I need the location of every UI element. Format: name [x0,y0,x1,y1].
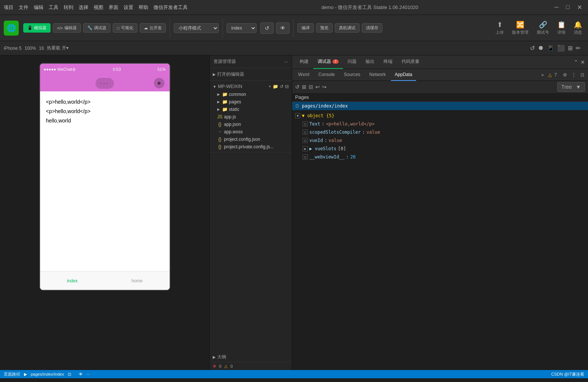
expand-square-scopedslots[interactable]: □ [303,130,308,135]
menu-item-file[interactable]: 文件 [19,4,28,11]
phone-icon[interactable]: 📱 [547,45,554,52]
maximize-button[interactable]: □ [564,3,572,12]
refresh-appdata-icon[interactable]: ↺ [295,84,300,90]
folder-common[interactable]: ▶ 📁 common [210,91,292,98]
tab-build[interactable]: 构建 [295,55,313,69]
tree-btn-wrap[interactable]: Tree ▼ [557,82,585,92]
cloud-button[interactable]: ☁云开发 [140,23,166,33]
menu-item-project[interactable]: 项目 [4,4,13,11]
tree-row-vueid[interactable]: □ vueId : value [292,136,588,145]
real-machine-button[interactable]: 真机调试 [335,23,360,33]
inner-tab-wxml[interactable]: Wxml [294,69,313,81]
mode-select[interactable]: 小程序模式 [174,23,219,33]
phone-nav-circle[interactable]: ⏺ [154,78,164,88]
menu-item-view[interactable]: 视图 [94,4,103,11]
tab-problems[interactable]: 问题 [343,55,361,69]
eye-button[interactable]: 👁 [276,22,290,34]
clean-cache-group[interactable]: 清缓存 [362,23,382,33]
menu-item-tools[interactable]: 工具 [49,4,58,11]
real-machine-group[interactable]: 真机调试 [335,23,360,33]
tree-row-scopedslots[interactable]: □ scopedSlotsCompiler : value [292,128,588,136]
test-number-button[interactable]: 🔗 测试号 [534,19,551,37]
compile-button[interactable]: 编译 [297,23,314,33]
tree-button[interactable]: Tree ▼ [557,82,585,92]
detail-button[interactable]: 📋 详情 [555,19,568,37]
tab-output[interactable]: 输出 [361,55,379,69]
visualize-group[interactable]: □可视化 [113,23,137,33]
window-controls[interactable]: ─ □ ✕ [552,3,584,12]
preview-group[interactable]: 预览 [316,23,333,33]
eye-icon[interactable]: 👁 [79,372,83,376]
expand-square-object[interactable]: ▼ [295,113,300,118]
inner-tab-appdata[interactable]: AppData [391,69,416,81]
tab-debugger[interactable]: 调试器 7 [313,55,343,69]
more-options-icon[interactable]: ⋮ [570,72,578,78]
expand-square-vueslots[interactable]: ▶ [303,146,308,151]
reload-button[interactable]: ↺ [260,22,274,34]
open-editors-title[interactable]: ▶ 打开的编辑器 [210,70,292,79]
tree-row-object[interactable]: ▼ ▼ object {5} [292,112,588,120]
menu-item-help[interactable]: 帮助 [139,4,148,11]
debugger-group[interactable]: 🔧调试器 [83,23,110,33]
new-file-icon[interactable]: + [269,84,271,89]
more-icon[interactable]: ··· [284,59,288,64]
tab-home[interactable]: home [105,278,170,284]
menu-item-select[interactable]: 选择 [79,4,88,11]
folder-pages[interactable]: ▶ 📁 pages [210,98,292,106]
refresh-icon[interactable]: ↺ [530,45,535,52]
simulator-button[interactable]: 📱模拟器 [23,23,51,33]
more-tabs-icon[interactable]: » [540,72,545,78]
folder-static[interactable]: ▶ 📁 static [210,106,292,113]
expand-square-text[interactable]: □ [303,121,308,127]
close-button[interactable]: ✕ [575,3,584,12]
simulator-group[interactable]: 📱模拟器 [23,23,51,33]
collapse-all-icon[interactable]: ⊟ [309,84,313,90]
more-status-icon[interactable]: ··· [87,372,90,376]
expand-square-webviewid[interactable]: □ [303,154,308,160]
version-mgmt-button[interactable]: 🔀 版本管理 [510,19,531,37]
undo-icon[interactable]: ↩ [315,84,320,90]
refresh-tree-icon[interactable]: ↺ [280,84,284,89]
editor-button[interactable]: </>编辑器 [53,23,81,33]
tree-row-vueslots[interactable]: ▶ ▶ vueSlots [0] [292,145,588,153]
file-projectprivate[interactable]: {} project.private.config.js... [210,143,292,151]
dock-icon[interactable]: ⬛ [557,45,565,52]
outline-title[interactable]: ▶ 大纲 [210,352,292,362]
menu-item-edit[interactable]: 编辑 [34,4,43,11]
selected-page-row[interactable]: 🗋 pages/index/index [292,102,588,110]
inner-tab-sources[interactable]: Sources [340,69,364,81]
toolbar2-icons[interactable]: ↺ ⏺ 📱 ⬛ ⊞ ✏ [530,45,581,52]
detach-icon[interactable]: ⊡ [579,72,586,78]
cloud-group[interactable]: ☁云开发 [140,23,166,33]
tab-terminal[interactable]: 终端 [379,55,397,69]
message-button[interactable]: 🔔 消息 [572,19,584,37]
inner-tab-console[interactable]: Console [315,69,339,81]
project-icons[interactable]: + 📁 ↺ ⊟ [269,84,289,89]
tab-codequality[interactable]: 代码质量 [397,55,424,69]
hotreload-label[interactable]: 热重载 开▾ [47,45,68,51]
file-appjson[interactable]: {} app.json [210,121,292,128]
copy-path-icon[interactable]: ⊡ [68,372,71,377]
file-projectconfig[interactable]: {} project.config.json [210,136,292,143]
new-folder-icon[interactable]: 📁 [273,84,278,89]
menu-item-interface[interactable]: 界面 [109,4,118,11]
close-panel-icon[interactable]: ✕ [581,59,585,65]
tree-selector[interactable]: Tree ▼ [557,82,585,92]
split-icon[interactable]: ⊞ [568,45,573,52]
preview-button[interactable]: 预览 [316,23,333,33]
debugger-button[interactable]: 🔧调试器 [83,23,110,33]
file-appwxss[interactable]: ~ app.wxss [210,128,292,136]
record-icon[interactable]: ⏺ [538,45,544,52]
collapse-icon[interactable]: ⊟ [285,84,289,89]
tab-index[interactable]: index [40,278,105,284]
expand-square-vueid[interactable]: □ [303,138,308,143]
menu-item-settings[interactable]: 设置 [124,4,133,11]
file-appjs[interactable]: JS app.js [210,113,292,121]
filetree-header-icons[interactable]: ··· [284,59,288,64]
brush-icon[interactable]: ✏ [576,45,581,52]
compile-group[interactable]: 编译 [297,23,314,33]
menu-item-devtools[interactable]: 微信开发者工具 [154,4,188,11]
phone-nav-dots[interactable]: ··· [96,78,113,89]
expand-all-icon[interactable]: ⊞ [302,84,306,90]
inner-tab-network[interactable]: Network [366,69,390,81]
